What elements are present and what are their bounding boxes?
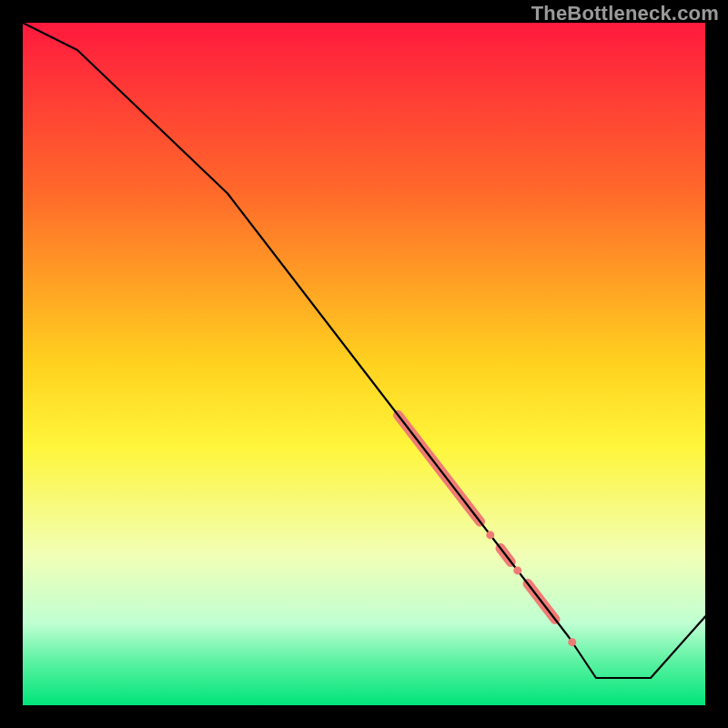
highlight-dot [513, 566, 521, 574]
chart-container: TheBottleneck.com [0, 0, 728, 728]
highlight-dot [568, 638, 576, 646]
plot-background [23, 23, 705, 705]
bottleneck-chart [23, 23, 705, 705]
highlight-dot [486, 531, 494, 539]
